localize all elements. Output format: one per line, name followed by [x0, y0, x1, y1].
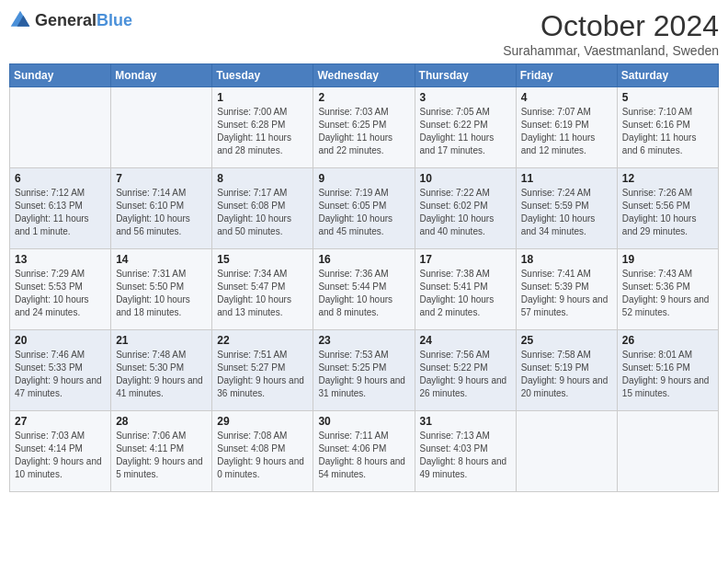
day-number: 11 [521, 172, 612, 185]
calendar-cell [617, 411, 718, 492]
calendar-cell: 1Sunrise: 7:00 AMSunset: 6:28 PMDaylight… [212, 87, 313, 168]
calendar-cell [111, 87, 212, 168]
day-number: 10 [420, 172, 511, 185]
day-info: Sunrise: 7:03 AMSunset: 4:14 PMDaylight:… [15, 430, 106, 481]
day-info: Sunrise: 7:53 AMSunset: 5:25 PMDaylight:… [318, 349, 409, 400]
day-info: Sunrise: 7:12 AMSunset: 6:13 PMDaylight:… [15, 187, 106, 238]
day-number: 2 [318, 91, 409, 104]
day-info: Sunrise: 7:43 AMSunset: 5:36 PMDaylight:… [622, 268, 713, 319]
day-number: 19 [622, 253, 713, 266]
day-info: Sunrise: 7:36 AMSunset: 5:44 PMDaylight:… [318, 268, 409, 319]
calendar-cell: 21Sunrise: 7:48 AMSunset: 5:30 PMDayligh… [111, 330, 212, 411]
day-number: 3 [420, 91, 511, 104]
day-info: Sunrise: 7:34 AMSunset: 5:47 PMDaylight:… [217, 268, 308, 319]
calendar-cell: 23Sunrise: 7:53 AMSunset: 5:25 PMDayligh… [313, 330, 415, 411]
calendar-cell: 20Sunrise: 7:46 AMSunset: 5:33 PMDayligh… [10, 330, 111, 411]
day-info: Sunrise: 7:46 AMSunset: 5:33 PMDaylight:… [15, 349, 106, 400]
day-number: 16 [318, 253, 409, 266]
calendar-cell: 10Sunrise: 7:22 AMSunset: 6:02 PMDayligh… [415, 168, 516, 249]
logo: GeneralBlue [9, 9, 132, 31]
calendar-cell: 19Sunrise: 7:43 AMSunset: 5:36 PMDayligh… [617, 249, 718, 330]
day-number: 1 [217, 91, 308, 104]
calendar-cell: 16Sunrise: 7:36 AMSunset: 5:44 PMDayligh… [313, 249, 415, 330]
logo-text: GeneralBlue [35, 11, 132, 30]
day-number: 5 [622, 91, 713, 104]
calendar-cell: 15Sunrise: 7:34 AMSunset: 5:47 PMDayligh… [212, 249, 313, 330]
weekday-header-monday: Monday [111, 64, 212, 87]
day-info: Sunrise: 7:07 AMSunset: 6:19 PMDaylight:… [521, 106, 612, 157]
weekday-header-wednesday: Wednesday [313, 64, 415, 87]
logo-icon [9, 9, 31, 31]
location-subtitle: Surahammar, Vaestmanland, Sweden [503, 43, 719, 58]
day-info: Sunrise: 7:06 AMSunset: 4:11 PMDaylight:… [116, 430, 207, 481]
weekday-row: SundayMondayTuesdayWednesdayThursdayFrid… [10, 64, 719, 87]
weekday-header-friday: Friday [516, 64, 617, 87]
day-number: 13 [15, 253, 106, 266]
calendar-cell: 8Sunrise: 7:17 AMSunset: 6:08 PMDaylight… [212, 168, 313, 249]
calendar-cell: 29Sunrise: 7:08 AMSunset: 4:08 PMDayligh… [212, 411, 313, 492]
calendar-cell: 12Sunrise: 7:26 AMSunset: 5:56 PMDayligh… [617, 168, 718, 249]
calendar-cell [10, 87, 111, 168]
day-info: Sunrise: 7:51 AMSunset: 5:27 PMDaylight:… [217, 349, 308, 400]
calendar-cell: 30Sunrise: 7:11 AMSunset: 4:06 PMDayligh… [313, 411, 415, 492]
calendar-week-4: 20Sunrise: 7:46 AMSunset: 5:33 PMDayligh… [10, 330, 719, 411]
weekday-header-tuesday: Tuesday [212, 64, 313, 87]
day-info: Sunrise: 7:48 AMSunset: 5:30 PMDaylight:… [116, 349, 207, 400]
day-number: 6 [15, 172, 106, 185]
day-info: Sunrise: 7:29 AMSunset: 5:53 PMDaylight:… [15, 268, 106, 319]
calendar-cell: 17Sunrise: 7:38 AMSunset: 5:41 PMDayligh… [415, 249, 516, 330]
calendar-cell: 6Sunrise: 7:12 AMSunset: 6:13 PMDaylight… [10, 168, 111, 249]
day-number: 21 [116, 334, 207, 347]
calendar-week-1: 1Sunrise: 7:00 AMSunset: 6:28 PMDaylight… [10, 87, 719, 168]
calendar-cell: 25Sunrise: 7:58 AMSunset: 5:19 PMDayligh… [516, 330, 617, 411]
day-info: Sunrise: 7:31 AMSunset: 5:50 PMDaylight:… [116, 268, 207, 319]
day-number: 30 [318, 415, 409, 428]
day-info: Sunrise: 7:03 AMSunset: 6:25 PMDaylight:… [318, 106, 409, 157]
day-number: 26 [622, 334, 713, 347]
calendar-week-3: 13Sunrise: 7:29 AMSunset: 5:53 PMDayligh… [10, 249, 719, 330]
calendar-cell: 24Sunrise: 7:56 AMSunset: 5:22 PMDayligh… [415, 330, 516, 411]
day-number: 9 [318, 172, 409, 185]
calendar-cell: 14Sunrise: 7:31 AMSunset: 5:50 PMDayligh… [111, 249, 212, 330]
day-info: Sunrise: 7:08 AMSunset: 4:08 PMDaylight:… [217, 430, 308, 481]
day-number: 29 [217, 415, 308, 428]
calendar-cell: 26Sunrise: 8:01 AMSunset: 5:16 PMDayligh… [617, 330, 718, 411]
day-number: 28 [116, 415, 207, 428]
calendar-week-2: 6Sunrise: 7:12 AMSunset: 6:13 PMDaylight… [10, 168, 719, 249]
calendar-cell: 13Sunrise: 7:29 AMSunset: 5:53 PMDayligh… [10, 249, 111, 330]
day-number: 8 [217, 172, 308, 185]
day-info: Sunrise: 7:41 AMSunset: 5:39 PMDaylight:… [521, 268, 612, 319]
day-info: Sunrise: 7:05 AMSunset: 6:22 PMDaylight:… [420, 106, 511, 157]
day-info: Sunrise: 7:11 AMSunset: 4:06 PMDaylight:… [318, 430, 409, 481]
day-info: Sunrise: 7:58 AMSunset: 5:19 PMDaylight:… [521, 349, 612, 400]
calendar-cell: 28Sunrise: 7:06 AMSunset: 4:11 PMDayligh… [111, 411, 212, 492]
day-number: 4 [521, 91, 612, 104]
day-info: Sunrise: 7:56 AMSunset: 5:22 PMDaylight:… [420, 349, 511, 400]
day-info: Sunrise: 7:17 AMSunset: 6:08 PMDaylight:… [217, 187, 308, 238]
calendar-cell: 5Sunrise: 7:10 AMSunset: 6:16 PMDaylight… [617, 87, 718, 168]
calendar-week-5: 27Sunrise: 7:03 AMSunset: 4:14 PMDayligh… [10, 411, 719, 492]
day-number: 27 [15, 415, 106, 428]
calendar-cell: 2Sunrise: 7:03 AMSunset: 6:25 PMDaylight… [313, 87, 415, 168]
weekday-header-saturday: Saturday [617, 64, 718, 87]
calendar-cell: 22Sunrise: 7:51 AMSunset: 5:27 PMDayligh… [212, 330, 313, 411]
day-number: 12 [622, 172, 713, 185]
day-info: Sunrise: 7:24 AMSunset: 5:59 PMDaylight:… [521, 187, 612, 238]
day-number: 18 [521, 253, 612, 266]
day-info: Sunrise: 7:22 AMSunset: 6:02 PMDaylight:… [420, 187, 511, 238]
day-number: 7 [116, 172, 207, 185]
weekday-header-thursday: Thursday [415, 64, 516, 87]
day-info: Sunrise: 7:19 AMSunset: 6:05 PMDaylight:… [318, 187, 409, 238]
day-info: Sunrise: 7:38 AMSunset: 5:41 PMDaylight:… [420, 268, 511, 319]
calendar-cell: 18Sunrise: 7:41 AMSunset: 5:39 PMDayligh… [516, 249, 617, 330]
day-number: 31 [420, 415, 511, 428]
day-number: 20 [15, 334, 106, 347]
weekday-header-sunday: Sunday [10, 64, 111, 87]
day-number: 25 [521, 334, 612, 347]
day-number: 22 [217, 334, 308, 347]
day-number: 17 [420, 253, 511, 266]
month-title: October 2024 [503, 9, 719, 43]
calendar-body: 1Sunrise: 7:00 AMSunset: 6:28 PMDaylight… [10, 87, 719, 492]
calendar-cell: 7Sunrise: 7:14 AMSunset: 6:10 PMDaylight… [111, 168, 212, 249]
calendar-cell: 11Sunrise: 7:24 AMSunset: 5:59 PMDayligh… [516, 168, 617, 249]
